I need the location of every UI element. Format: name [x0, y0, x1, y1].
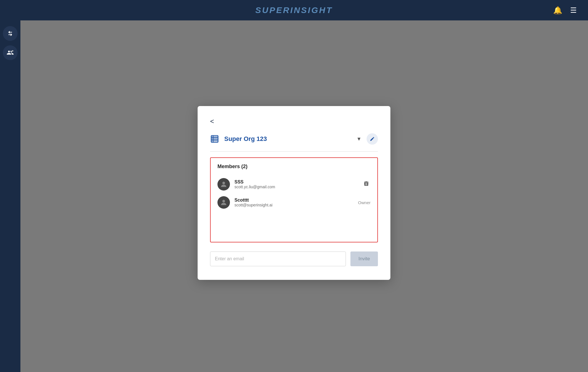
bell-icon[interactable]: 🔔 — [553, 6, 562, 15]
invite-section: Invite — [210, 251, 378, 266]
members-box: Members (2) SSS scott.yc.liu@gmail.com — [210, 157, 378, 242]
back-button[interactable]: < — [210, 117, 214, 125]
table-row: SSS scott.yc.liu@gmail.com — [217, 175, 371, 193]
svg-point-5 — [222, 182, 225, 184]
avatar — [217, 178, 230, 191]
email-input[interactable] — [210, 251, 346, 266]
member-name: SSS — [234, 179, 358, 185]
member-email: scott.yc.liu@gmail.com — [234, 185, 358, 189]
org-icon — [210, 134, 219, 143]
modal: < Super Org 123 ▼ Members (2) — [198, 106, 390, 280]
trash-icon — [363, 181, 369, 187]
pencil-icon — [370, 136, 375, 141]
member-info: SSS scott.yc.liu@gmail.com — [234, 179, 358, 189]
divider — [210, 151, 378, 152]
app-title: SUPERINSIGHT — [255, 5, 333, 15]
org-name: Super Org 123 — [224, 135, 351, 143]
member-email: scott@superinsight.ai — [234, 203, 354, 207]
owner-label: Owner — [358, 200, 371, 205]
avatar — [217, 196, 230, 209]
transfer-button[interactable] — [3, 26, 18, 41]
user-avatar-icon — [220, 198, 228, 206]
add-user-button[interactable] — [3, 45, 18, 60]
edit-org-button[interactable] — [367, 133, 378, 145]
left-sidebar — [0, 20, 20, 372]
top-bar: SUPERINSIGHT 🔔 ☰ — [0, 0, 588, 20]
member-info: Scotttt scott@superinsight.ai — [234, 198, 354, 207]
table-row: Scotttt scott@superinsight.ai Owner — [217, 193, 371, 212]
dropdown-icon[interactable]: ▼ — [356, 136, 361, 142]
add-user-icon — [7, 49, 14, 56]
delete-member-button[interactable] — [362, 179, 371, 189]
top-bar-actions: 🔔 ☰ — [553, 6, 577, 15]
members-title: Members (2) — [217, 164, 371, 170]
member-name: Scotttt — [234, 198, 354, 203]
svg-point-6 — [222, 200, 225, 202]
org-header: Super Org 123 ▼ — [210, 133, 378, 145]
transfer-icon — [7, 30, 14, 37]
user-avatar-icon — [220, 180, 228, 188]
menu-icon[interactable]: ☰ — [570, 6, 577, 15]
invite-button[interactable]: Invite — [350, 251, 378, 266]
